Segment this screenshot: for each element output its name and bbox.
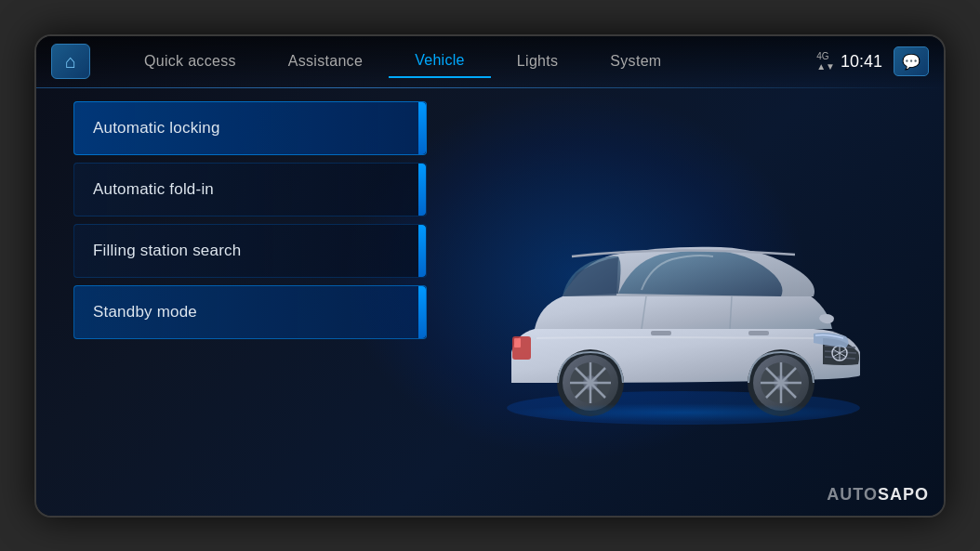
tab-assistance[interactable]: Assistance — [262, 46, 389, 77]
menu-item-label: Automatic locking — [93, 119, 220, 138]
clock-display: 10:41 — [841, 52, 882, 72]
floor-reflection — [507, 403, 860, 422]
navigation-tabs: Quick access Assistance Vehicle Lights S… — [118, 45, 816, 78]
message-button[interactable]: 💬 — [894, 46, 929, 76]
signal-time-display: 4G▲▼ 10:41 — [816, 51, 882, 72]
tab-vehicle[interactable]: Vehicle — [389, 45, 491, 78]
menu-item-label: Standby mode — [93, 303, 197, 321]
menu-item-label: Automatic fold-in — [93, 180, 214, 199]
home-button[interactable]: ⌂ — [51, 44, 90, 79]
home-icon: ⌂ — [65, 51, 76, 72]
menu-item-automatic-fold-in[interactable]: Automatic fold-in — [73, 163, 427, 216]
tab-system[interactable]: System — [584, 46, 687, 77]
watermark-sapo: SAPO — [878, 485, 929, 504]
svg-rect-28 — [748, 331, 769, 335]
infotainment-screen: ⌂ Quick access Assistance Vehicle Lights… — [34, 34, 946, 518]
message-icon: 💬 — [902, 53, 920, 71]
top-bar: ⌂ Quick access Assistance Vehicle Lights… — [36, 36, 944, 87]
top-right-area: 4G▲▼ 10:41 💬 — [816, 46, 929, 76]
settings-menu: Automatic locking Automatic fold-in Fill… — [73, 101, 427, 339]
watermark: AUTOSAPO — [827, 485, 929, 505]
car-image — [460, 152, 907, 450]
tab-lights[interactable]: Lights — [491, 46, 585, 77]
menu-item-label: Filling station search — [93, 242, 241, 260]
car-visualization — [423, 87, 944, 516]
watermark-auto: AUTO — [827, 485, 878, 504]
menu-item-filling-station-search[interactable]: Filling station search — [73, 224, 427, 278]
tab-quick-access[interactable]: Quick access — [118, 46, 262, 77]
signal-icon: 4G▲▼ — [816, 51, 835, 72]
menu-item-automatic-locking[interactable]: Automatic locking — [73, 101, 427, 155]
main-display: ⌂ Quick access Assistance Vehicle Lights… — [36, 36, 944, 516]
svg-rect-29 — [651, 331, 671, 335]
svg-rect-11 — [514, 338, 521, 348]
menu-item-standby-mode[interactable]: Standby mode — [73, 285, 427, 339]
